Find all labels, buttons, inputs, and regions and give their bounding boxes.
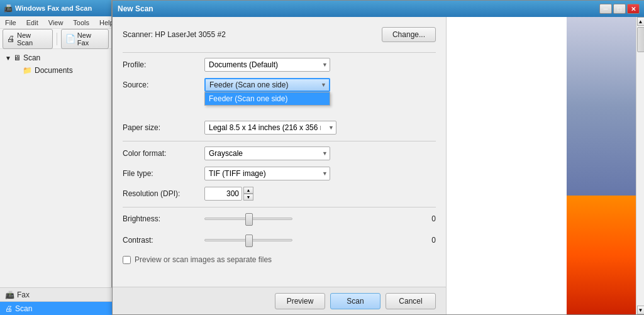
bottom-nav: 📠 Fax 🖨 Scan (0, 287, 112, 315)
dialog-title: New Scan (118, 4, 153, 13)
source-dropdown-list: Feeder (Scan one side) (204, 92, 330, 106)
resolution-spinner: ▲ ▼ (243, 187, 253, 201)
sidebar-tree: ▼ 🖥 Scan 📁 Documents (0, 49, 111, 79)
resolution-up-button[interactable]: ▲ (243, 187, 253, 194)
menu-view[interactable]: View (46, 18, 66, 28)
app-title: Windows Fax and Scan (15, 4, 92, 12)
profile-row: Profile: Documents (Default) (123, 58, 436, 72)
menu-file[interactable]: File (3, 18, 19, 28)
contrast-slider-container (204, 234, 407, 246)
sidebar-item-scan[interactable]: ▼ 🖥 Scan (3, 52, 109, 64)
main-toolbar: 🖨 New Scan 📄 New Fax (0, 29, 111, 49)
preview-scrollbar: ▲ ▼ (636, 17, 644, 314)
preview-image-area (447, 17, 636, 314)
resolution-down-button[interactable]: ▼ (243, 194, 253, 201)
resolution-row: Resolution (DPI): ▲ ▼ (123, 187, 436, 201)
scroll-down-button[interactable]: ▼ (637, 306, 645, 314)
file-type-dropdown[interactable]: TIF (TIFF image) BMP (Bitmap image) JPG … (204, 167, 330, 180)
scanner-row: Scanner: HP LaserJet 3055 #2 Change... (123, 27, 436, 42)
brightness-value: 0 (417, 214, 436, 223)
profile-dropdown[interactable]: Documents (Default) (204, 58, 330, 72)
left-panel: 📠 Windows Fax and Scan File Edit View To… (0, 0, 112, 315)
paper-size-dropdown[interactable]: Legal 8.5 x 14 inches (216 x 356 mm) (204, 121, 336, 135)
sidebar-bottom-fax[interactable]: 📠 Fax (0, 287, 112, 301)
sidebar-bottom-scan[interactable]: 🖨 Scan (0, 301, 112, 315)
fax-icon: 📠 (5, 290, 14, 299)
contrast-slider-bar (204, 239, 292, 241)
toolbar-separator (57, 33, 57, 45)
contrast-label: Contrast: (123, 236, 204, 245)
brightness-slider-container (204, 213, 407, 225)
scroll-up-button[interactable]: ▲ (637, 17, 645, 26)
color-format-label: Color format: (123, 149, 204, 158)
paper-size-label: Paper size: (123, 123, 204, 132)
new-fax-button[interactable]: 📄 New Fax (61, 29, 109, 49)
app-icon: 📠 (4, 4, 13, 13)
source-option-feeder[interactable]: Feeder (Scan one side) (205, 92, 330, 105)
source-selected-value: Feeder (Scan one side) (209, 80, 288, 89)
form-divider (123, 52, 436, 53)
dialog-title-bar: New Scan ─ □ ✕ (113, 1, 644, 17)
change-button[interactable]: Change... (382, 27, 436, 42)
tree-expand-icon: ▼ (5, 55, 11, 62)
brightness-slider-bar (204, 218, 292, 220)
source-dropdown-button[interactable]: Feeder (Scan one side) (204, 78, 330, 92)
paper-size-dropdown-wrapper: Legal 8.5 x 14 inches (216 x 356 mm) (204, 121, 336, 135)
maximize-button[interactable]: □ (613, 4, 626, 14)
scan-folder-icon: 🖥 (13, 53, 21, 62)
cancel-button[interactable]: Cancel (386, 293, 436, 309)
scan-bottom-label: Scan (15, 304, 32, 313)
new-scan-button[interactable]: 🖨 New Scan (3, 29, 53, 49)
brightness-slider-thumb[interactable] (245, 213, 253, 226)
checkbox-label: Preview or scan images as separate files (135, 255, 272, 264)
form-divider-2 (123, 141, 436, 141)
preview-button[interactable]: Preview (275, 293, 325, 309)
checkbox-row: Preview or scan images as separate files (123, 255, 436, 264)
new-scan-dialog: New Scan ─ □ ✕ Scanner: HP LaserJet 3055… (112, 0, 644, 315)
separate-files-checkbox[interactable] (123, 256, 131, 264)
menu-bar: File Edit View Tools Help (0, 16, 111, 29)
resolution-label: Resolution (DPI): (123, 189, 204, 198)
scan-button[interactable]: Scan (330, 293, 380, 309)
dialog-footer: Preview Scan Cancel (113, 287, 446, 314)
form-area: Scanner: HP LaserJet 3055 #2 Change... P… (113, 17, 446, 314)
sidebar-scan-label: Scan (23, 53, 40, 62)
new-fax-label: New Fax (77, 31, 104, 47)
paper-size-row: Paper size: Legal 8.5 x 14 inches (216 x… (123, 121, 436, 135)
close-button[interactable]: ✕ (627, 4, 640, 14)
color-format-dropdown[interactable]: Grayscale Color Black and white (204, 146, 330, 160)
preview-color-bottom (567, 196, 636, 314)
minimize-button[interactable]: ─ (599, 4, 612, 14)
preview-color-area (567, 17, 636, 314)
app-title-bar: 📠 Windows Fax and Scan (0, 0, 111, 16)
source-label: Source: (123, 80, 204, 89)
new-scan-icon: 🖨 (7, 34, 15, 43)
scroll-thumb[interactable] (637, 27, 645, 52)
sidebar-tree-children: 📁 Documents (3, 64, 109, 77)
source-row: Source: Feeder (Scan one side) Feeder (S… (123, 78, 436, 92)
preview-panel: ▲ ▼ (446, 17, 644, 314)
brightness-slider-track (204, 218, 292, 220)
sidebar-documents-label: Documents (35, 66, 73, 75)
menu-tools[interactable]: Tools (70, 18, 92, 28)
form-inner: Scanner: HP LaserJet 3055 #2 Change... P… (113, 17, 446, 274)
profile-label: Profile: (123, 60, 204, 69)
form-divider-3 (123, 207, 436, 207)
color-format-dropdown-wrapper: Grayscale Color Black and white (204, 146, 330, 160)
resolution-input[interactable] (204, 187, 242, 201)
color-format-row: Color format: Grayscale Color Black and … (123, 146, 436, 160)
dialog-body: Scanner: HP LaserJet 3055 #2 Change... P… (113, 17, 644, 314)
source-dropdown-container: Feeder (Scan one side) Feeder (Scan one … (204, 78, 330, 92)
menu-edit[interactable]: Edit (24, 18, 41, 28)
scan-bottom-icon: 🖨 (5, 304, 13, 313)
new-fax-icon: 📄 (65, 34, 75, 43)
sidebar-item-documents[interactable]: 📁 Documents (20, 64, 109, 77)
documents-folder-icon: 📁 (23, 66, 32, 75)
window-controls: ─ □ ✕ (598, 4, 640, 14)
profile-dropdown-wrapper: Documents (Default) (204, 58, 330, 72)
contrast-slider-thumb[interactable] (245, 235, 253, 247)
brightness-label: Brightness: (123, 214, 204, 223)
contrast-slider-track (204, 239, 292, 241)
preview-color-top (567, 17, 636, 196)
contrast-row: Contrast: 0 (123, 234, 436, 246)
